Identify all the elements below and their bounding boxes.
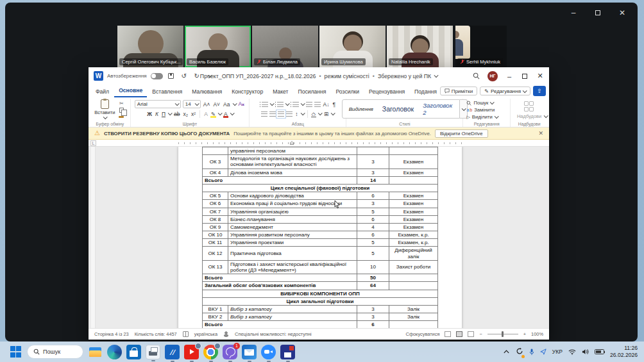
doc-table-cell[interactable]: 6 <box>357 231 389 239</box>
location-icon[interactable] <box>540 349 547 355</box>
paste-button[interactable]: Вставити <box>94 99 115 120</box>
save-app-icon[interactable] <box>280 345 295 359</box>
edge-icon[interactable] <box>107 345 122 359</box>
participant-tile[interactable]: Сергій Олегович Кубіцьк... <box>117 26 183 67</box>
change-case-icon[interactable]: Aa <box>223 101 230 108</box>
indent-marker[interactable] <box>290 141 294 145</box>
avatar[interactable]: НГ <box>487 71 498 81</box>
language-switch[interactable]: УКР <box>552 349 563 355</box>
doc-table-cell[interactable]: Управління організацією <box>228 208 357 215</box>
doc-table-cell[interactable]: Екзамен, к.р. <box>389 231 438 239</box>
doc-table-cell[interactable]: Підготовка і захист магістерської кваліф… <box>228 260 357 274</box>
justify-icon[interactable] <box>286 111 292 117</box>
doc-table-cell[interactable]: 6 <box>357 321 389 328</box>
increase-indent-icon[interactable] <box>314 102 321 107</box>
doc-table-cell[interactable] <box>357 147 389 155</box>
wifi-icon[interactable] <box>568 349 576 355</box>
doc-table-cell[interactable]: Загальний обсяг обов'язкових компонентів <box>203 282 357 290</box>
doc-table-cell[interactable]: Вибір з каталогу <box>228 305 357 313</box>
doc-table-cell[interactable]: 6 <box>357 192 389 200</box>
open-onedrive-button[interactable]: Відкрити OneDrive <box>435 129 488 138</box>
youtube-icon[interactable] <box>184 345 199 359</box>
word-count[interactable]: Кількість слів: 4457 <box>135 331 177 337</box>
highlight-color-icon[interactable]: ✎ <box>210 111 216 117</box>
subscript-icon[interactable]: x₂ <box>182 111 189 117</box>
font-size-select[interactable]: 14 <box>183 100 201 108</box>
doc-table-cell[interactable] <box>389 274 438 282</box>
doc-table-cell[interactable]: Ділова іноземна мова <box>228 169 357 176</box>
participant-tile[interactable]: Ирина Шумилова <box>319 26 386 67</box>
speaker-icon[interactable] <box>582 349 589 355</box>
doc-table-cell[interactable]: Бізнес-планування <box>228 215 357 223</box>
doc-table-cell[interactable]: Цикл загальної підготовки <box>203 297 438 305</box>
doc-table-cell[interactable]: Екзамен <box>389 208 438 215</box>
doc-table-cell[interactable]: 10 <box>357 260 389 274</box>
replace-button[interactable]: ab Замінити <box>466 106 507 113</box>
ribbon-tab[interactable]: Малювання <box>187 86 226 97</box>
doc-table-cell[interactable]: 3 <box>357 169 389 176</box>
style-emphasis[interactable]: Виділення <box>349 106 373 112</box>
addins-icon[interactable] <box>524 101 535 112</box>
accessibility-status[interactable]: Спеціальні можливості: недоступні <box>235 331 312 337</box>
doc-table-cell[interactable]: Вибір з каталогу <box>228 313 357 321</box>
style-heading2[interactable]: Заголовок 2 <box>423 102 452 116</box>
doc-table-cell[interactable]: Залік <box>389 305 438 313</box>
doc-table-cell[interactable] <box>389 321 438 328</box>
doc-table-cell[interactable] <box>389 147 438 155</box>
doc-table-cell[interactable]: 14 <box>357 176 389 184</box>
document-area[interactable]: управлінні персоналомОК 3Методологія та … <box>89 147 549 328</box>
doc-table-cell[interactable]: ОК 8 <box>203 215 228 223</box>
bold-icon[interactable]: Ж <box>146 111 153 117</box>
save-icon[interactable] <box>167 72 176 81</box>
banner-close-icon[interactable]: ✕ <box>538 130 543 136</box>
tray-clock[interactable]: 11:26 26.02.2026 <box>610 345 638 358</box>
doc-table-cell[interactable]: Основи кадрового діловодства <box>228 192 357 200</box>
page-indicator[interactable]: Сторінка 4 із 23 <box>94 331 129 337</box>
participant-tile[interactable]: Nataliia Hrechanik <box>387 26 453 67</box>
ribbon-tab[interactable]: Посилання <box>294 86 331 97</box>
align-center-icon[interactable] <box>269 111 276 117</box>
mail-app-icon[interactable] <box>242 345 257 359</box>
minimize-icon[interactable]: – <box>570 9 577 17</box>
font-color-icon[interactable]: А <box>223 111 228 117</box>
file-explorer-icon[interactable] <box>88 345 103 359</box>
doc-table-cell[interactable]: 5 <box>357 208 389 215</box>
doc-table-cell[interactable]: ОК 11 <box>203 239 228 247</box>
doc-table-cell[interactable]: 6 <box>357 215 389 223</box>
doc-table-cell[interactable]: ОК 12 <box>203 247 228 260</box>
start-button-icon[interactable] <box>9 345 22 359</box>
ribbon-tab[interactable]: Макет <box>268 86 292 97</box>
borders-icon[interactable]: ⊞ <box>323 111 329 117</box>
maximize-icon[interactable] <box>594 9 602 17</box>
doc-table-cell[interactable]: Екзамен, к.р. <box>389 239 438 247</box>
ribbon-tab[interactable]: Вставлення <box>148 86 187 97</box>
multilevel-list-icon[interactable] <box>292 102 299 107</box>
share-button[interactable]: ⇧ <box>533 86 546 96</box>
doc-table-cell[interactable]: Екзамен <box>389 169 438 176</box>
battery-icon[interactable] <box>595 349 604 354</box>
language-indicator[interactable]: українська <box>194 331 217 337</box>
printer-app-icon[interactable] <box>146 345 160 359</box>
participant-tile[interactable]: Serhii Mykhniuk <box>455 26 507 67</box>
text-effects-icon[interactable]: A <box>203 111 208 117</box>
align-left-icon[interactable] <box>261 111 267 117</box>
zoom-in-icon[interactable]: + <box>523 331 526 337</box>
doc-table-cell[interactable]: ОК 6 <box>203 200 228 208</box>
close-icon[interactable]: ✕ <box>618 9 626 17</box>
doc-table-cell[interactable]: Залік <box>389 313 438 321</box>
doc-table-cell[interactable]: ОК 4 <box>203 169 228 176</box>
italic-icon[interactable]: К <box>155 111 159 117</box>
style-heading1[interactable]: Заголовок <box>382 105 414 113</box>
viber-icon[interactable]: 1 <box>223 345 237 359</box>
underline-icon[interactable]: П <box>161 111 166 117</box>
doc-table-cell[interactable]: Цикл спеціальної (фахової) підготовки <box>203 184 438 192</box>
participant-tile[interactable]: Василь Базелюк <box>185 26 251 67</box>
line-spacing-icon[interactable]: ↕ <box>294 111 298 117</box>
ruler-corner-icon[interactable]: L <box>90 140 96 146</box>
sort-icon[interactable]: А↓ <box>323 101 330 108</box>
grow-font-icon[interactable]: A˄ <box>203 101 211 108</box>
saved-status[interactable]: Збережено у цей ПК <box>378 73 431 79</box>
doc-table-cell[interactable]: 3 <box>357 305 389 313</box>
ribbon-tab[interactable]: Основне <box>114 85 147 97</box>
doc-table-cell[interactable]: Управління розвитком персоналу <box>228 231 357 239</box>
